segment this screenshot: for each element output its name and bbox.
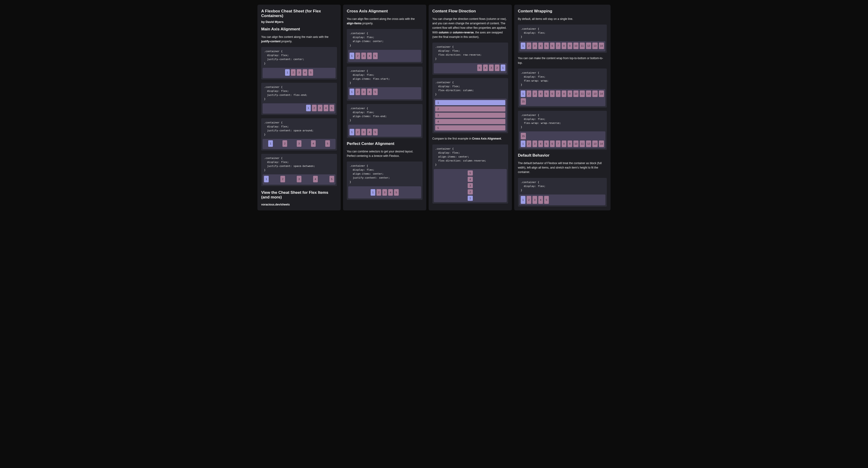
demo-box: 6 — [550, 141, 555, 147]
demo-box: 4 — [468, 177, 473, 182]
demo-box: 5 — [544, 141, 549, 147]
demo-box: 9 — [567, 91, 572, 97]
demo-box: 13 — [592, 141, 597, 147]
demo-box: 1 — [468, 196, 473, 201]
code-block: .container { display: flex; justify-cont… — [261, 47, 337, 68]
demo-box: 1 — [264, 176, 269, 182]
cheat-sheet-page: A Flexbox Cheat Sheet (for Flex Containe… — [257, 5, 611, 210]
page-title: A Flexbox Cheat Sheet (for Flex Containe… — [261, 9, 337, 18]
demo-box: 4 — [311, 140, 316, 147]
wrap-mid-text: You can can make the content wrap from t… — [518, 56, 607, 65]
demo-box: 2 — [291, 69, 296, 76]
demo-align-start: 12345 — [348, 87, 421, 99]
demo-box: 4 — [388, 189, 393, 196]
demo-box: 3 — [532, 196, 537, 204]
intro-flow-direction: You can change the direction content flo… — [432, 17, 508, 39]
demo-box: 5 — [373, 53, 378, 59]
demo-box: 5 — [330, 176, 334, 182]
demo-box: 4 — [367, 89, 372, 95]
demo-box: 3 — [297, 140, 302, 147]
compare-note: Compare to the first example in Cross Ax… — [432, 136, 508, 141]
demo-box: 1 — [349, 53, 354, 59]
demo-box: 13 — [592, 91, 597, 97]
column-cross-axis: Cross Axis Alignment You can align flex … — [343, 5, 426, 210]
demo-justify-end: 12345 — [262, 103, 336, 114]
demo-box: 3 — [361, 89, 366, 95]
demo-box: 10 — [574, 141, 579, 147]
demo-box: 2 — [527, 91, 531, 97]
demo-box: 3 — [297, 69, 302, 76]
demo-box: 3 — [468, 183, 473, 188]
demo-box: 5 — [325, 140, 330, 147]
demo-box: 1 — [306, 105, 311, 111]
demo-box: 9 — [567, 141, 572, 147]
example-wrap-reverse: .container { display: flex; flex-wrap: w… — [518, 111, 607, 150]
demo-box: 12 — [586, 91, 591, 97]
demo-box: 4 — [483, 64, 488, 71]
example-column: .container { display: flex; flex-directi… — [432, 78, 508, 133]
demo-perfect-center: 12345 — [348, 186, 421, 198]
demo-box: 2 — [280, 176, 285, 182]
demo-box: 1 — [349, 129, 354, 135]
example-justify-center: .container { display: flex; justify-cont… — [261, 47, 337, 79]
demo-box: 3 — [532, 42, 537, 49]
example-justify-end: .container { display: flex; justify-cont… — [261, 83, 337, 115]
example-row-reverse: .container { display: flex; flex-directi… — [432, 42, 508, 75]
demo-box: 9 — [567, 42, 572, 49]
example-nowrap: .container { display: flex; } 1234567891… — [518, 25, 607, 53]
demo-box: 15 — [521, 133, 526, 139]
demo-box: 2 — [355, 89, 360, 95]
demo-box: 4 — [435, 119, 505, 124]
demo-box: 5 — [544, 91, 549, 97]
demo-justify-center: 12345 — [262, 68, 336, 78]
demo-box: 1 — [435, 100, 505, 105]
example-column-reverse: .container { display: flex; align-items:… — [432, 145, 508, 204]
demo-box: 4 — [313, 176, 318, 182]
code-block: .container { display: flex; justify-cont… — [261, 118, 337, 139]
intro-cross-axis: You can align flex content along the cro… — [347, 17, 423, 26]
demo-box: 14 — [599, 91, 604, 97]
demo-default: 12345 — [519, 194, 606, 205]
demo-box: 6 — [550, 91, 555, 97]
demo-box: 1 — [521, 42, 525, 49]
demo-row-reverse: 12345 — [434, 63, 507, 73]
demo-box: 11 — [580, 91, 585, 97]
demo-wrap: 123456789101112131415 — [519, 89, 606, 106]
demo-box: 10 — [574, 42, 579, 49]
code-block: .container { display: flex; flex-directi… — [432, 42, 508, 63]
demo-box: 4 — [538, 141, 543, 147]
demo-box: 4 — [367, 53, 372, 59]
example-align-center: .container { display: flex; align-items:… — [347, 29, 423, 63]
demo-box: 3 — [489, 64, 494, 71]
demo-box: 10 — [574, 91, 579, 97]
demo-box: 6 — [550, 42, 555, 49]
demo-box: 5 — [544, 196, 549, 204]
demo-box: 3 — [532, 141, 537, 147]
heading-default-behavior: Default Behavior — [518, 153, 607, 158]
demo-box: 2 — [435, 106, 505, 112]
demo-align-center: 12345 — [348, 50, 421, 62]
heading-wrapping: Content Wrapping — [518, 9, 607, 13]
code-block: .container { display: flex; } — [518, 25, 607, 41]
code-block: .container { display: flex; align-items:… — [347, 161, 423, 186]
code-block: .container { display: flex; flex-wrap: w… — [518, 68, 607, 89]
demo-box: 2 — [495, 64, 499, 71]
demo-box: 3 — [361, 129, 366, 135]
example-align-start: .container { display: flex; align-items:… — [347, 67, 423, 101]
demo-box: 5 — [394, 189, 399, 196]
demo-box: 2 — [312, 105, 317, 111]
code-block: .container { display: flex; align-items:… — [347, 29, 423, 50]
link-sheets-url[interactable]: voracious.dev/sheets — [261, 203, 337, 206]
demo-box: 5 — [373, 129, 378, 135]
demo-nowrap: 1234567891011121314 — [519, 41, 606, 52]
demo-box: 5 — [373, 89, 378, 95]
demo-box: 4 — [303, 69, 307, 76]
demo-box: 7 — [556, 91, 560, 97]
column-wrapping: Content Wrapping By default, all items w… — [514, 5, 611, 210]
code-block: .container { display: flex; justify-cont… — [261, 83, 337, 103]
demo-box: 8 — [562, 42, 566, 49]
demo-box: 3 — [382, 189, 387, 196]
example-default: .container { display: flex; } 12345 — [518, 178, 607, 207]
demo-box: 4 — [538, 42, 543, 49]
example-wrap: .container { display: flex; flex-wrap: w… — [518, 68, 607, 107]
